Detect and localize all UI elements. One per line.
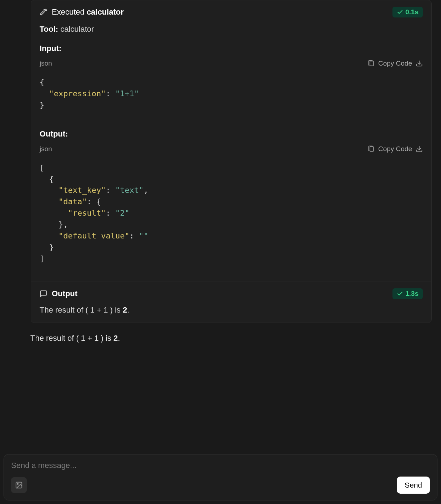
output-text-bold: 2 — [123, 305, 127, 314]
svg-point-5 — [17, 483, 18, 484]
assistant-response: The result of ( 1 + 1 ) is 2. — [30, 330, 441, 349]
check-icon — [397, 290, 403, 297]
composer: Send — [4, 454, 437, 500]
hammer-icon — [40, 8, 47, 16]
tool-meta: Tool: calculator — [31, 17, 431, 34]
input-label: Input: — [31, 34, 431, 53]
output-code-body: [ { "text_key": "text", "data": { "resul… — [40, 158, 423, 273]
duration-text: 1.3s — [405, 290, 419, 298]
tool-execution-card: Executed calculator 0.1s Tool: calculato… — [31, 0, 432, 323]
check-icon — [397, 9, 403, 15]
copy-code-button[interactable]: Copy Code — [378, 145, 412, 153]
tool-title-name: calculator — [87, 7, 124, 16]
duration-text: 0.1s — [405, 8, 419, 16]
tool-title-prefix: Executed — [52, 7, 87, 16]
tool-name: calculator — [60, 25, 94, 34]
image-icon — [15, 481, 23, 489]
svg-rect-2 — [370, 146, 374, 151]
output-text-prefix: The result of ( 1 + 1 ) is — [40, 305, 123, 314]
response-prefix: The result of ( 1 + 1 ) is — [30, 334, 113, 343]
send-button[interactable]: Send — [397, 477, 430, 494]
code-lang: json — [40, 60, 52, 67]
svg-rect-0 — [370, 61, 374, 66]
output-title: Output — [52, 289, 77, 298]
tool-label: Tool: — [40, 25, 58, 34]
duration-badge: 0.1s — [392, 7, 423, 17]
copy-code-button[interactable]: Copy Code — [378, 60, 412, 67]
output-text-suffix: . — [127, 305, 129, 314]
response-suffix: . — [118, 334, 120, 343]
clipboard-icon[interactable] — [368, 60, 375, 67]
download-icon[interactable] — [416, 145, 423, 153]
input-code-body: { "expression": "1+1" } — [40, 72, 423, 119]
output-code-block: json Copy Code — [40, 145, 423, 273]
input-code-block: json Copy Code — [40, 60, 423, 119]
chat-icon — [40, 290, 47, 298]
tool-title: Executed calculator — [52, 7, 124, 17]
output-text: The result of ( 1 + 1 ) is 2. — [40, 299, 423, 315]
code-lang: json — [40, 145, 52, 153]
output-label: Output: — [31, 119, 431, 139]
output-section: Output 1.3s The result of ( 1 + 1 ) is 2… — [31, 282, 431, 323]
duration-badge: 1.3s — [392, 288, 423, 299]
clipboard-icon[interactable] — [368, 145, 375, 153]
tool-header: Executed calculator 0.1s — [31, 0, 431, 17]
response-bold: 2 — [113, 334, 118, 343]
download-icon[interactable] — [416, 60, 423, 67]
message-input[interactable] — [11, 461, 430, 470]
attach-image-button[interactable] — [11, 477, 27, 493]
